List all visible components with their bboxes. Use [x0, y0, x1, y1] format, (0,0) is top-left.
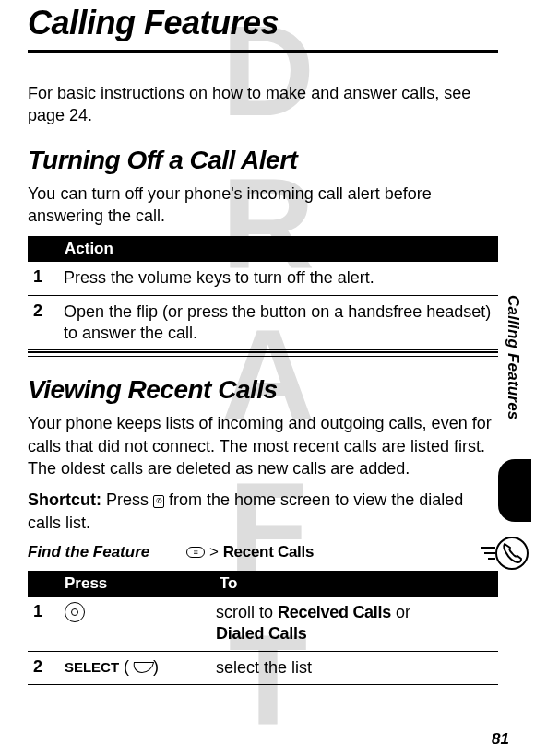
- action-table-header: Action: [28, 236, 498, 262]
- phone-icon: [479, 526, 529, 575]
- find-the-feature-path: > Recent Calls: [186, 543, 314, 561]
- navigation-key-icon: [65, 602, 85, 622]
- menu-item: Dialed Calls: [216, 624, 306, 643]
- double-rule: [28, 352, 498, 357]
- shortcut-text-a: Press: [106, 490, 149, 509]
- page-number: 81: [492, 730, 509, 749]
- step-number: 2: [28, 295, 60, 351]
- table-row: 2 Open the flip (or press the button on …: [28, 295, 498, 351]
- sidebar-section-label: Calling Features: [504, 295, 522, 419]
- press-cell: SELECT (): [61, 651, 212, 684]
- step-number: 1: [28, 262, 60, 295]
- path-separator: >: [209, 543, 219, 561]
- to-text: scroll to: [216, 603, 273, 621]
- page-content: Calling Features For basic instructions …: [0, 0, 535, 685]
- find-the-feature-row: Find the Feature > Recent Calls: [28, 543, 498, 561]
- to-text: or: [396, 603, 410, 621]
- page-title: Calling Features: [28, 4, 498, 42]
- press-to-table: Press To 1 scroll to Received Calls or D…: [28, 571, 498, 685]
- sidebar: Calling Features: [498, 258, 531, 701]
- menu-item: Received Calls: [278, 603, 391, 621]
- path-item: Recent Calls: [223, 543, 314, 561]
- intro-paragraph: For basic instructions on how to make an…: [28, 82, 498, 127]
- step-number: 2: [28, 651, 61, 684]
- table-header-to: To: [212, 571, 498, 597]
- softkey-label: SELECT: [65, 659, 119, 675]
- section2-text: Your phone keeps lists of incoming and o…: [28, 412, 498, 479]
- menu-key-icon: [186, 547, 205, 558]
- table-row: 1 scroll to Received Calls or Dialed Cal…: [28, 597, 498, 651]
- step-text: Press the volume keys to turn off the al…: [60, 262, 498, 295]
- right-softkey-icon: [132, 662, 154, 673]
- press-cell: [61, 597, 212, 651]
- section-heading-turning-off: Turning Off a Call Alert: [28, 146, 498, 175]
- to-cell: scroll to Received Calls or Dialed Calls: [212, 597, 498, 651]
- shortcut-label: Shortcut:: [28, 490, 101, 509]
- shortcut-paragraph: Shortcut: Press ✆ from the home screen t…: [28, 489, 498, 534]
- step-number: 1: [28, 597, 61, 651]
- section-heading-viewing-recent: Viewing Recent Calls: [28, 375, 498, 405]
- to-cell: select the list: [212, 651, 498, 684]
- action-table: Action 1 Press the volume keys to turn o…: [28, 236, 498, 352]
- find-the-feature-label: Find the Feature: [28, 543, 149, 561]
- section1-text: You can turn off your phone's incoming c…: [28, 183, 498, 228]
- table-header-press: Press: [28, 571, 212, 597]
- sidebar-tab: [498, 459, 531, 522]
- table-row: 1 Press the volume keys to turn off the …: [28, 262, 498, 295]
- title-rule: [28, 50, 498, 53]
- table-row: 2 SELECT () select the list: [28, 651, 498, 684]
- send-key-icon: ✆: [153, 495, 164, 508]
- step-text: Open the flip (or press the button on a …: [60, 295, 498, 351]
